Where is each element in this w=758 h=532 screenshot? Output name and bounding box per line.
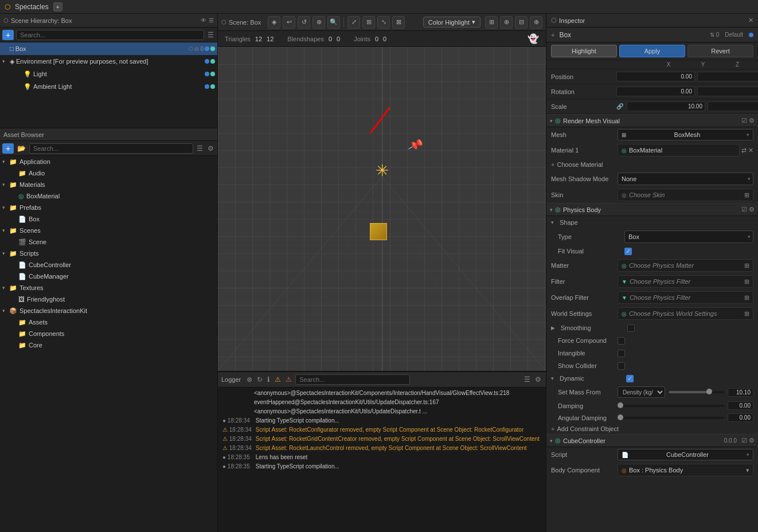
filter-asset-icon[interactable]: ☰ xyxy=(196,143,204,154)
remove-material-icon[interactable]: ✕ xyxy=(748,147,753,154)
mesh-dropdown[interactable]: ⊞ BoxMesh ▾ xyxy=(618,129,753,140)
slider-thumb[interactable] xyxy=(706,389,712,394)
asset-item-core[interactable]: 📁 Core xyxy=(0,339,217,351)
eye-icon[interactable]: 👁 xyxy=(201,17,206,24)
asset-item-assets[interactable]: 📁 Assets xyxy=(0,316,217,328)
type-select[interactable]: Box xyxy=(624,230,753,243)
tool-btn-r2[interactable]: ⊕ xyxy=(500,16,513,29)
hierarchy-item-box[interactable]: □ Box ⬡ ◎ 0 xyxy=(0,42,217,55)
overlap-choose-btn[interactable]: ⊞ xyxy=(744,294,749,302)
rotation-y[interactable] xyxy=(697,87,758,96)
asset-item-audio[interactable]: 📁 Audio xyxy=(0,167,217,179)
box-object[interactable] xyxy=(370,223,387,240)
logger-error-icon[interactable]: ⚠ xyxy=(284,374,293,385)
hierarchy-item-environment[interactable]: ▾ ◈ Environment [For preview purposes, n… xyxy=(0,55,217,68)
force-compound-checkbox[interactable] xyxy=(618,337,625,345)
add-constraint-btn[interactable]: + Add Constraint Object xyxy=(546,424,758,434)
add-object-btn[interactable]: + xyxy=(2,30,14,40)
settings-icon[interactable]: ⚙ xyxy=(749,437,755,444)
slider-thumb[interactable] xyxy=(618,414,623,420)
scene-canvas[interactable]: ✳ 📌 xyxy=(218,47,546,371)
tool-btn-r1[interactable]: ⊞ xyxy=(485,16,498,29)
smoothing-checkbox[interactable] xyxy=(627,324,635,332)
scale-y[interactable] xyxy=(708,101,758,111)
filter-btn[interactable]: ☰ xyxy=(206,30,215,40)
add-component-btn[interactable]: + xyxy=(551,32,554,38)
density-select[interactable]: Density (kg/ xyxy=(618,386,665,398)
show-collider-checkbox[interactable] xyxy=(618,362,625,370)
close-icon[interactable]: ✕ xyxy=(748,17,753,24)
logger-search[interactable] xyxy=(295,374,410,385)
tool-btn-settings[interactable]: ⊠ xyxy=(392,16,405,29)
position-x[interactable] xyxy=(616,72,695,81)
tool-btn-grid[interactable]: ⊞ xyxy=(362,16,375,29)
tool-btn-expand[interactable]: ⤢ xyxy=(347,16,360,29)
tool-btn-move[interactable]: ⊕ xyxy=(312,16,325,29)
dynamic-checkbox[interactable]: ✓ xyxy=(626,375,634,382)
logger-refresh-icon[interactable]: ↻ xyxy=(256,374,264,385)
hierarchy-item-ambient-light[interactable]: 💡 Ambient Light xyxy=(0,80,217,93)
asset-item-application[interactable]: ▾ 📁 Application xyxy=(0,156,217,167)
script-dropdown[interactable]: 📄 CubeController ▾ xyxy=(618,449,753,460)
damping-slider[interactable] xyxy=(618,405,724,407)
logger-clear-icon[interactable]: ⊗ xyxy=(245,374,253,385)
type-dropdown[interactable]: Box xyxy=(624,230,753,243)
color-highlight-dropdown[interactable]: Color Highlight ▾ xyxy=(423,17,480,28)
logger-filter-icon[interactable]: ☰ xyxy=(523,374,532,385)
revert-btn[interactable]: Revert xyxy=(687,45,753,57)
checkbox-icon[interactable]: ☑ xyxy=(741,117,747,124)
asset-item-friendlyghost[interactable]: 🖼 Friendlyghost xyxy=(0,294,217,305)
checkbox-icon[interactable]: ☑ xyxy=(741,437,747,444)
slider-thumb[interactable] xyxy=(618,402,623,408)
replace-icon[interactable]: ⇄ xyxy=(741,147,747,154)
position-y[interactable] xyxy=(697,72,758,81)
logger-info-icon[interactable]: ℹ xyxy=(266,374,271,385)
filter-icon[interactable]: ☰ xyxy=(209,17,214,24)
world-choose-btn[interactable]: ⊞ xyxy=(744,310,749,318)
asset-search[interactable] xyxy=(29,143,193,154)
tool-btn-select[interactable]: ◈ xyxy=(268,16,280,29)
asset-item-cube-controller[interactable]: 📄 CubeController xyxy=(0,259,217,271)
tool-btn-fullscreen[interactable]: ⤡ xyxy=(377,16,390,29)
hierarchy-item-light[interactable]: 💡 Light xyxy=(0,68,217,80)
checkbox-icon[interactable]: ☑ xyxy=(741,206,747,213)
tool-btn-r3[interactable]: ⊟ xyxy=(515,16,528,29)
settings-icon[interactable]: ⚙ xyxy=(749,117,755,124)
apply-btn[interactable]: Apply xyxy=(619,45,685,57)
asset-item-components[interactable]: 📁 Components xyxy=(0,328,217,339)
shadow-select[interactable]: None xyxy=(618,173,753,185)
body-choose-btn[interactable]: ▾ xyxy=(746,467,749,474)
intangible-checkbox[interactable] xyxy=(618,350,625,357)
asset-item-cube-manager[interactable]: 📄 CubeManager xyxy=(0,271,217,282)
shadow-dropdown[interactable]: None xyxy=(618,173,753,185)
asset-item-scripts[interactable]: ▾ 📁 Scripts xyxy=(0,248,217,259)
logger-warn-icon[interactable]: ⚠ xyxy=(273,374,282,385)
new-tab-btn[interactable]: + xyxy=(53,2,62,11)
settings-icon[interactable]: ⚙ xyxy=(749,206,755,213)
scale-x[interactable] xyxy=(627,101,705,111)
matter-choose-btn[interactable]: ⊞ xyxy=(744,262,749,269)
choose-material-btn[interactable]: + Choose Material xyxy=(546,158,758,171)
link-icon[interactable]: 🔗 xyxy=(616,103,623,109)
asset-item-boxmaterial[interactable]: ◎ BoxMaterial xyxy=(0,190,217,202)
density-slider[interactable] xyxy=(669,391,724,393)
hierarchy-search[interactable] xyxy=(16,30,204,40)
filter-choose-btn[interactable]: ⊞ xyxy=(744,278,749,285)
folder-icon[interactable]: 📂 xyxy=(16,143,27,154)
fit-visual-checkbox[interactable]: ✓ xyxy=(624,248,632,255)
highlight-btn[interactable]: Highlight xyxy=(551,45,617,57)
angular-slider[interactable] xyxy=(618,417,724,419)
asset-item-box[interactable]: 📄 Box xyxy=(0,213,217,225)
tool-btn-undo[interactable]: ↩ xyxy=(283,16,295,29)
asset-item-spectacles-kit[interactable]: ▾ 📦 SpectaclesInteractionKit xyxy=(0,305,217,316)
asset-item-materials[interactable]: ▾ 📁 Materials xyxy=(0,179,217,190)
tool-btn-zoom[interactable]: 🔍 xyxy=(327,16,340,29)
rotation-x[interactable] xyxy=(616,87,695,96)
tool-btn-redo[interactable]: ↺ xyxy=(298,16,310,29)
asset-item-scenes[interactable]: ▾ 📁 Scenes xyxy=(0,225,217,236)
settings-icon[interactable]: ⚙ xyxy=(206,143,215,154)
skin-choose-btn[interactable]: ⊞ xyxy=(744,191,749,199)
tool-btn-r4[interactable]: ⊕ xyxy=(530,16,542,29)
asset-item-scene[interactable]: 🎬 Scene xyxy=(0,236,217,248)
logger-settings-icon[interactable]: ⚙ xyxy=(534,374,542,385)
